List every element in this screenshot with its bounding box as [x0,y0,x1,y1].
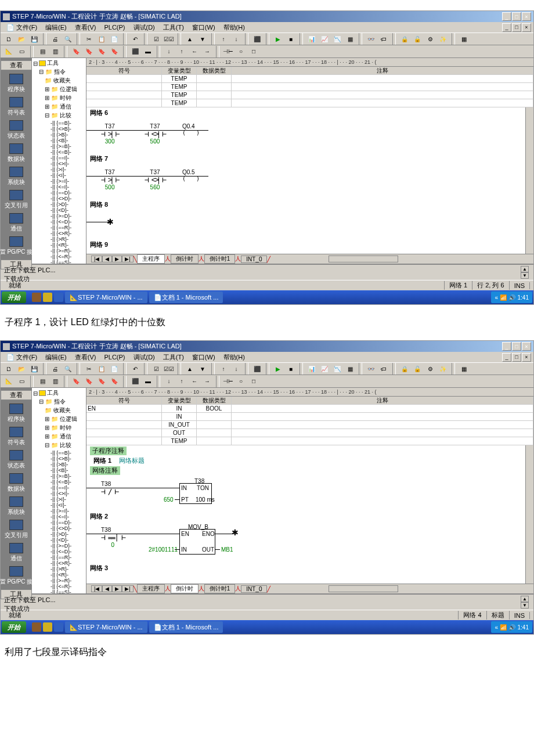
tree-node-fav[interactable]: 📁 收藏夹 [33,406,85,415]
network-2-rung[interactable]: T38⊣ ==| ⊢0 MOV_B EN ENO ✱ 2#1001111 IN … [86,522,525,563]
output-scroll[interactable]: ▲▼ [521,266,530,279]
undo-button[interactable]: ↶ [129,363,141,375]
compile-all-button[interactable]: ☑☑ [163,33,175,45]
menu-window[interactable]: 窗口(W) [189,23,219,33]
nav-system-block[interactable]: 系统块 [6,496,27,516]
symbol-row[interactable]: TEMP [86,91,533,99]
nav-program-block[interactable]: 程序块 [6,74,27,93]
tree-compare-item[interactable]: -|| {<=B}- [33,479,85,485]
network-7-rung[interactable]: T37⊣ >| ⊢500 T37⊣ <>| ⊢560 Q0.5( ) [86,164,525,199]
tree-compare-item[interactable]: -|| {==R}- [33,555,85,560]
tree-compare-item[interactable]: -|| {<=R}- [33,254,85,260]
tree-compare-item[interactable]: -|| {<=I}- [33,184,85,190]
contact-button[interactable]: ⊣⊢ [222,46,234,57]
nav-data-block[interactable]: 数据块 [6,473,27,493]
print-button[interactable]: 🖨 [49,363,61,375]
tree-compare-item[interactable]: -|| {>=R}- [33,248,85,254]
box-button[interactable]: □ [248,46,259,57]
coil-button[interactable]: ○ [235,46,247,57]
bookmark-next-button[interactable]: 🔖 [83,376,95,387]
nav-cross-ref[interactable]: 交叉引用 [6,190,27,210]
tab-main[interactable]: 主程序 [137,254,165,264]
tree-compare-item[interactable]: -|| {>R}- [33,236,85,242]
tree-compare-item[interactable]: -|| {>=D}- [33,543,85,549]
tree-compare-item[interactable]: -|| {>I}- [33,496,85,502]
wizard-button[interactable]: ✨ [437,363,449,375]
paste-button[interactable]: 📄 [109,33,120,45]
save-button[interactable]: 💾 [28,363,40,375]
tree-compare-item[interactable]: -|| {<D}- [33,537,85,543]
task-step7[interactable]: 📐 STEP 7-Micro/WIN - ... [65,291,147,303]
stop-button[interactable]: ⬛ [251,363,263,375]
ladder-content[interactable]: 子程序注释 网络 1 网络标题 网络注释 T38⊣ / ⊢ IN TON T38… [86,445,533,584]
halt-button[interactable]: ■ [285,363,297,375]
network-button[interactable]: ⬛ [129,376,141,387]
tree-compare-item[interactable]: -|| {==B}- [33,450,85,456]
tree-compare-item[interactable]: -|| {<>B}- [33,126,85,132]
tab-nav-first[interactable]: |◀ [91,585,102,592]
tree-root[interactable]: ⊟ 工具 [33,59,85,67]
tree-compare-item[interactable]: -|| {<=I}- [33,514,85,520]
menu-help[interactable]: 帮助(H) [220,352,248,362]
task-step7[interactable]: 📐 STEP 7-Micro/WIN - ... [65,621,147,633]
wire-left-button[interactable]: ← [189,46,200,57]
sort-desc-button[interactable]: ↓ [230,363,242,375]
cut-button[interactable]: ✂ [83,363,95,375]
run-button[interactable]: ▶ [272,363,284,375]
nav-symbol-table[interactable]: 符号表 [6,427,27,447]
symbol-row[interactable]: TEMP [86,83,533,91]
symbol-view-button[interactable]: ▤ [37,376,48,387]
table-button[interactable]: ▦ [344,363,356,375]
doc-minimize-button[interactable]: _ [502,23,511,32]
halt-button[interactable]: ■ [285,33,297,45]
symbol-row[interactable]: TEMP [86,437,533,445]
grid-button[interactable]: ▦ [458,33,470,45]
chart2-button[interactable]: 📉 [331,33,343,45]
tab-countdown[interactable]: 倒计时 [171,254,199,264]
maximize-button[interactable]: □ [512,12,521,21]
symbol-view-button[interactable]: ▤ [37,46,48,57]
tree-compare-item[interactable]: -|| {<>R}- [33,231,85,236]
copy-button[interactable]: 📋 [96,33,107,45]
wire-up-button[interactable]: ↑ [176,376,187,387]
nav-pgpc[interactable]: 设置 PG/PC 接口 [6,566,27,586]
glasses-button[interactable]: 👓 [365,363,377,375]
network-6-rung[interactable]: T37⊣ >| ⊢300 T37⊣ <>| ⊢500 Q0.4( ) [86,118,525,153]
ladder-content[interactable]: 网络 6 T37⊣ >| ⊢300 T37⊣ <>| ⊢500 Q0.4( ) … [86,107,533,254]
status-button[interactable]: 📊 [306,363,317,375]
tree-compare-item[interactable]: -|| {==D}- [33,190,85,196]
run-button[interactable]: ▶ [272,33,284,45]
symbol-row[interactable]: IN [86,413,533,421]
nav-comm[interactable]: 通信 [6,543,27,563]
stl-view-button[interactable]: ▭ [16,376,27,387]
system-tray[interactable]: « 📶 🔊 1:41 [491,621,532,633]
doc-close-button[interactable]: × [522,23,531,32]
tree-compare-item[interactable]: -|| {>=I}- [33,508,85,514]
new-button[interactable]: 🗋 [3,363,15,375]
menu-window[interactable]: 窗口(W) [189,352,219,362]
tree-node-clock[interactable]: ⊞ 📁 时钟 [33,424,85,432]
menu-file[interactable]: 📄 文件(F) [3,23,41,33]
open-button[interactable]: 📂 [16,363,27,375]
tag-button[interactable]: 🏷 [378,33,389,45]
tree-compare-item[interactable]: -|| {<=D}- [33,549,85,555]
tree-compare-item[interactable]: -|| {==I}- [33,155,85,161]
tab-int0[interactable]: INT_0 [241,585,267,593]
upload-button[interactable]: ▲ [184,363,196,375]
tree-compare-item[interactable]: -|| {<D}- [33,207,85,213]
chart-button[interactable]: 📈 [319,33,330,45]
grid-button[interactable]: ▦ [458,363,470,375]
tree-compare-item[interactable]: -|| {<I}- [33,172,85,178]
tab-nav-last[interactable]: ▶| [122,255,133,262]
poubox-button[interactable]: ▬ [142,46,154,57]
tree-compare-item[interactable]: -|| {<>D}- [33,525,85,531]
close-button[interactable]: × [522,12,531,21]
menu-file[interactable]: 📄 文件(F) [3,352,41,362]
sort-asc-button[interactable]: ↑ [218,33,229,45]
tree-compare-item[interactable]: -|| {<>R}- [33,560,85,566]
wire-down-button[interactable]: ↓ [163,376,175,387]
menu-debug[interactable]: 调试(D) [130,352,158,362]
box-button[interactable]: □ [248,376,259,387]
glasses-button[interactable]: 👓 [365,33,377,45]
tree-compare-item[interactable]: -|| {<R}- [33,242,85,248]
